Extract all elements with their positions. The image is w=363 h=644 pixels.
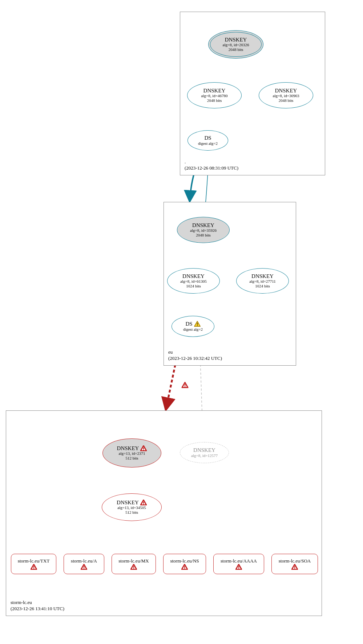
node-eu-ksk: DNSKEY alg=8, id=35926 2048 bits	[177, 217, 230, 243]
node-storm-zsk: DNSKEY alg=13, id=34505 512 bits	[102, 493, 162, 521]
node-eu-ds: DS digest alg=2	[172, 316, 214, 337]
rrset-a: storm-lc.eu/A	[64, 554, 104, 574]
rrset-mx: storm-lc.eu/MX	[112, 554, 156, 574]
node-storm-ghost: DNSKEY alg=8, id=12577	[180, 442, 229, 463]
zone-root-label: . (2023-12-26 08:31:09 UTC)	[185, 159, 238, 171]
error-icon	[235, 564, 242, 570]
node-root-ksk: DNSKEY alg=8, id=20326 2048 bits	[208, 30, 263, 59]
node-eu-zsk1: DNSKEY alg=8, id=61305 1024 bits	[167, 268, 220, 294]
node-root-zsk1: DNSKEY alg=8, id=46780 2048 bits	[187, 82, 242, 108]
zone-storm-label: storm-lc.eu (2023-12-26 13:41:10 UTC)	[11, 599, 64, 612]
error-icon	[140, 445, 147, 451]
error-icon	[31, 564, 37, 570]
rrset-aaaa: storm-lc.eu/AAAA	[213, 554, 264, 574]
node-root-ds: DS digest alg=2	[187, 130, 228, 151]
error-icon	[140, 500, 147, 505]
error-icon	[130, 564, 137, 570]
node-eu-zsk2: DNSKEY alg=8, id=27711 1024 bits	[236, 268, 289, 294]
error-icon	[181, 564, 188, 570]
zone-root-ts: (2023-12-26 08:31:09 UTC)	[185, 165, 238, 171]
error-icon	[81, 564, 87, 570]
node-root-zsk2: DNSKEY alg=8, id=30903 2048 bits	[259, 82, 313, 108]
error-icon	[291, 564, 298, 570]
rrset-soa: storm-lc.eu/SOA	[271, 554, 318, 574]
rrset-txt: storm-lc.eu/TXT	[11, 554, 56, 574]
zone-root-name: .	[185, 159, 238, 165]
sub1: alg=8, id=20326	[223, 43, 249, 47]
warning-icon	[194, 321, 201, 327]
sub2: 2048 bits	[229, 47, 243, 52]
dnssec-diagram: { "zones": { "root": { "name": ".", "tim…	[0, 0, 363, 644]
zone-storm: storm-lc.eu (2023-12-26 13:41:10 UTC)	[6, 410, 322, 616]
zone-eu-label: eu (2023-12-26 10:32:42 UTC)	[168, 349, 222, 362]
rrset-ns: storm-lc.eu/NS	[163, 554, 206, 574]
title: DNSKEY	[225, 37, 247, 43]
node-storm-ksk: DNSKEY alg=13, id=2371 512 bits	[102, 438, 161, 468]
